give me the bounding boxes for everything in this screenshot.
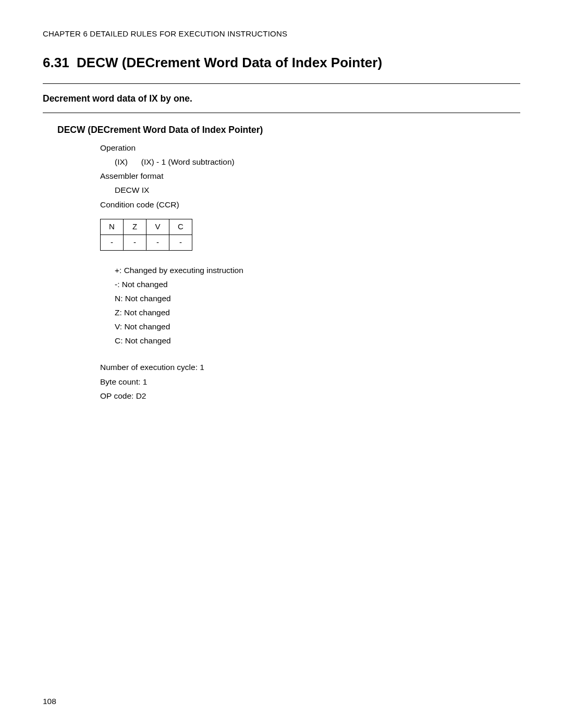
ccr-value-n: - bbox=[101, 235, 124, 250]
assembler-value: DECW IX bbox=[115, 183, 520, 197]
operation-value: (IX) (IX) - 1 (Word subtraction) bbox=[115, 155, 520, 169]
bottom-block: Number of execution cycle: 1 Byte count:… bbox=[100, 360, 520, 402]
page-number: 108 bbox=[43, 697, 56, 706]
chapter-header: CHAPTER 6 DETAILED RULES FOR EXECUTION I… bbox=[43, 29, 520, 38]
summary-text: Decrement word data of IX by one. bbox=[43, 93, 520, 104]
ccr-header-c: C bbox=[169, 219, 192, 235]
ccr-value-z: - bbox=[124, 235, 146, 250]
legend-z: Z: Not changed bbox=[115, 305, 520, 319]
section-title: 6.31 DECW (DECrement Word Data of Index … bbox=[43, 55, 520, 71]
ccr-header-v: V bbox=[146, 219, 169, 235]
divider-bottom bbox=[43, 113, 520, 113]
legend-block: +: Changed by executing instruction -: N… bbox=[115, 263, 520, 348]
content-block: Operation (IX) (IX) - 1 (Word subtractio… bbox=[100, 141, 520, 403]
subsection-title: DECW (DECrement Word Data of Index Point… bbox=[57, 125, 520, 135]
operation-label: Operation bbox=[100, 141, 520, 155]
legend-n: N: Not changed bbox=[115, 291, 520, 305]
ccr-header-z: Z bbox=[124, 219, 146, 235]
legend-v: V: Not changed bbox=[115, 319, 520, 334]
ccr-header-n: N bbox=[101, 219, 124, 235]
legend-minus: -: Not changed bbox=[115, 277, 520, 291]
legend-plus: +: Changed by executing instruction bbox=[115, 263, 520, 277]
ccr-value-v: - bbox=[146, 235, 169, 250]
ccr-value-c: - bbox=[169, 235, 192, 250]
ccr-label: Condition code (CCR) bbox=[100, 198, 520, 212]
ccr-table: N Z V C - - - - bbox=[100, 219, 192, 251]
assembler-label: Assembler format bbox=[100, 169, 520, 183]
section-number: 6.31 bbox=[43, 55, 69, 70]
exec-cycle: Number of execution cycle: 1 bbox=[100, 360, 520, 374]
op-code: OP code: D2 bbox=[100, 389, 520, 403]
section-heading: DECW (DECrement Word Data of Index Point… bbox=[77, 55, 382, 70]
legend-c: C: Not changed bbox=[115, 334, 520, 348]
ccr-value-row: - - - - bbox=[101, 235, 192, 250]
divider-top bbox=[43, 83, 520, 84]
byte-count: Byte count: 1 bbox=[100, 375, 520, 389]
ccr-header-row: N Z V C bbox=[101, 219, 192, 235]
